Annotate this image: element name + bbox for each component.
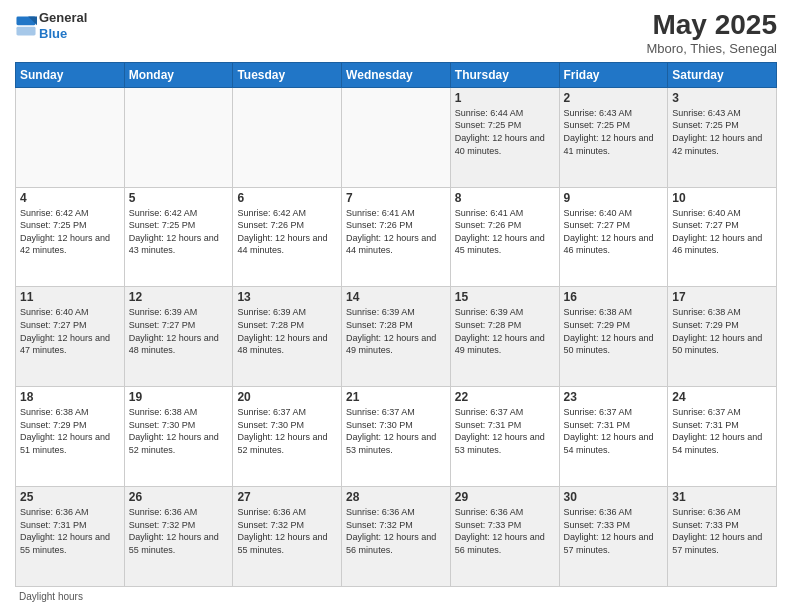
day-number: 21 (346, 390, 446, 404)
day-number: 3 (672, 91, 772, 105)
svg-rect-1 (16, 26, 35, 35)
logo-icon (15, 15, 37, 37)
calendar-cell: 5Sunrise: 6:42 AMSunset: 7:25 PMDaylight… (124, 187, 233, 287)
col-header-friday: Friday (559, 62, 668, 87)
day-number: 11 (20, 290, 120, 304)
calendar-cell: 17Sunrise: 6:38 AMSunset: 7:29 PMDayligh… (668, 287, 777, 387)
calendar-cell (16, 87, 125, 187)
day-number: 13 (237, 290, 337, 304)
calendar-cell: 25Sunrise: 6:36 AMSunset: 7:31 PMDayligh… (16, 487, 125, 587)
location-subtitle: Mboro, Thies, Senegal (646, 41, 777, 56)
calendar-week-1: 4Sunrise: 6:42 AMSunset: 7:25 PMDaylight… (16, 187, 777, 287)
day-info: Sunrise: 6:37 AMSunset: 7:31 PMDaylight:… (455, 406, 555, 456)
day-info: Sunrise: 6:36 AMSunset: 7:31 PMDaylight:… (20, 506, 120, 556)
calendar-cell (233, 87, 342, 187)
day-number: 6 (237, 191, 337, 205)
calendar-cell: 20Sunrise: 6:37 AMSunset: 7:30 PMDayligh… (233, 387, 342, 487)
calendar-cell: 11Sunrise: 6:40 AMSunset: 7:27 PMDayligh… (16, 287, 125, 387)
day-info: Sunrise: 6:36 AMSunset: 7:33 PMDaylight:… (455, 506, 555, 556)
day-number: 18 (20, 390, 120, 404)
day-number: 31 (672, 490, 772, 504)
day-number: 9 (564, 191, 664, 205)
calendar-cell: 2Sunrise: 6:43 AMSunset: 7:25 PMDaylight… (559, 87, 668, 187)
calendar-cell: 28Sunrise: 6:36 AMSunset: 7:32 PMDayligh… (342, 487, 451, 587)
day-info: Sunrise: 6:37 AMSunset: 7:31 PMDaylight:… (564, 406, 664, 456)
calendar-cell (124, 87, 233, 187)
logo-text: General Blue (39, 10, 87, 41)
calendar-week-0: 1Sunrise: 6:44 AMSunset: 7:25 PMDaylight… (16, 87, 777, 187)
calendar-cell: 23Sunrise: 6:37 AMSunset: 7:31 PMDayligh… (559, 387, 668, 487)
day-number: 16 (564, 290, 664, 304)
day-number: 30 (564, 490, 664, 504)
day-info: Sunrise: 6:36 AMSunset: 7:33 PMDaylight:… (564, 506, 664, 556)
day-number: 24 (672, 390, 772, 404)
day-info: Sunrise: 6:37 AMSunset: 7:30 PMDaylight:… (346, 406, 446, 456)
calendar-cell: 7Sunrise: 6:41 AMSunset: 7:26 PMDaylight… (342, 187, 451, 287)
calendar-cell: 30Sunrise: 6:36 AMSunset: 7:33 PMDayligh… (559, 487, 668, 587)
calendar-cell (342, 87, 451, 187)
day-info: Sunrise: 6:36 AMSunset: 7:32 PMDaylight:… (129, 506, 229, 556)
logo: General Blue (15, 10, 87, 41)
day-number: 5 (129, 191, 229, 205)
footer-text: Daylight hours (19, 591, 83, 602)
day-info: Sunrise: 6:38 AMSunset: 7:29 PMDaylight:… (672, 306, 772, 356)
calendar-cell: 19Sunrise: 6:38 AMSunset: 7:30 PMDayligh… (124, 387, 233, 487)
day-info: Sunrise: 6:43 AMSunset: 7:25 PMDaylight:… (672, 107, 772, 157)
calendar-cell: 4Sunrise: 6:42 AMSunset: 7:25 PMDaylight… (16, 187, 125, 287)
day-info: Sunrise: 6:40 AMSunset: 7:27 PMDaylight:… (564, 207, 664, 257)
day-info: Sunrise: 6:39 AMSunset: 7:27 PMDaylight:… (129, 306, 229, 356)
day-number: 12 (129, 290, 229, 304)
calendar-week-2: 11Sunrise: 6:40 AMSunset: 7:27 PMDayligh… (16, 287, 777, 387)
day-info: Sunrise: 6:43 AMSunset: 7:25 PMDaylight:… (564, 107, 664, 157)
day-info: Sunrise: 6:40 AMSunset: 7:27 PMDaylight:… (672, 207, 772, 257)
day-number: 19 (129, 390, 229, 404)
calendar-cell: 22Sunrise: 6:37 AMSunset: 7:31 PMDayligh… (450, 387, 559, 487)
calendar-cell: 10Sunrise: 6:40 AMSunset: 7:27 PMDayligh… (668, 187, 777, 287)
calendar-week-3: 18Sunrise: 6:38 AMSunset: 7:29 PMDayligh… (16, 387, 777, 487)
day-number: 8 (455, 191, 555, 205)
day-number: 29 (455, 490, 555, 504)
day-number: 7 (346, 191, 446, 205)
calendar-table: SundayMondayTuesdayWednesdayThursdayFrid… (15, 62, 777, 587)
day-number: 23 (564, 390, 664, 404)
day-number: 20 (237, 390, 337, 404)
calendar-cell: 26Sunrise: 6:36 AMSunset: 7:32 PMDayligh… (124, 487, 233, 587)
col-header-wednesday: Wednesday (342, 62, 451, 87)
calendar-cell: 1Sunrise: 6:44 AMSunset: 7:25 PMDaylight… (450, 87, 559, 187)
day-number: 17 (672, 290, 772, 304)
month-title: May 2025 (646, 10, 777, 41)
calendar-cell: 14Sunrise: 6:39 AMSunset: 7:28 PMDayligh… (342, 287, 451, 387)
day-number: 15 (455, 290, 555, 304)
calendar-header-row: SundayMondayTuesdayWednesdayThursdayFrid… (16, 62, 777, 87)
col-header-monday: Monday (124, 62, 233, 87)
col-header-thursday: Thursday (450, 62, 559, 87)
calendar-cell: 27Sunrise: 6:36 AMSunset: 7:32 PMDayligh… (233, 487, 342, 587)
title-area: May 2025 Mboro, Thies, Senegal (646, 10, 777, 56)
day-info: Sunrise: 6:39 AMSunset: 7:28 PMDaylight:… (237, 306, 337, 356)
day-info: Sunrise: 6:42 AMSunset: 7:26 PMDaylight:… (237, 207, 337, 257)
calendar-cell: 31Sunrise: 6:36 AMSunset: 7:33 PMDayligh… (668, 487, 777, 587)
day-number: 10 (672, 191, 772, 205)
day-number: 27 (237, 490, 337, 504)
col-header-saturday: Saturday (668, 62, 777, 87)
day-info: Sunrise: 6:44 AMSunset: 7:25 PMDaylight:… (455, 107, 555, 157)
header: General Blue May 2025 Mboro, Thies, Sene… (15, 10, 777, 56)
logo-general: General (39, 10, 87, 25)
calendar-cell: 16Sunrise: 6:38 AMSunset: 7:29 PMDayligh… (559, 287, 668, 387)
day-info: Sunrise: 6:36 AMSunset: 7:33 PMDaylight:… (672, 506, 772, 556)
day-number: 25 (20, 490, 120, 504)
calendar-cell: 29Sunrise: 6:36 AMSunset: 7:33 PMDayligh… (450, 487, 559, 587)
col-header-sunday: Sunday (16, 62, 125, 87)
day-info: Sunrise: 6:38 AMSunset: 7:30 PMDaylight:… (129, 406, 229, 456)
calendar-cell: 21Sunrise: 6:37 AMSunset: 7:30 PMDayligh… (342, 387, 451, 487)
day-number: 28 (346, 490, 446, 504)
logo-blue: Blue (39, 26, 67, 41)
day-number: 14 (346, 290, 446, 304)
day-info: Sunrise: 6:36 AMSunset: 7:32 PMDaylight:… (237, 506, 337, 556)
day-info: Sunrise: 6:39 AMSunset: 7:28 PMDaylight:… (346, 306, 446, 356)
calendar-cell: 8Sunrise: 6:41 AMSunset: 7:26 PMDaylight… (450, 187, 559, 287)
page: General Blue May 2025 Mboro, Thies, Sene… (0, 0, 792, 612)
day-info: Sunrise: 6:37 AMSunset: 7:31 PMDaylight:… (672, 406, 772, 456)
day-info: Sunrise: 6:42 AMSunset: 7:25 PMDaylight:… (129, 207, 229, 257)
calendar-cell: 6Sunrise: 6:42 AMSunset: 7:26 PMDaylight… (233, 187, 342, 287)
